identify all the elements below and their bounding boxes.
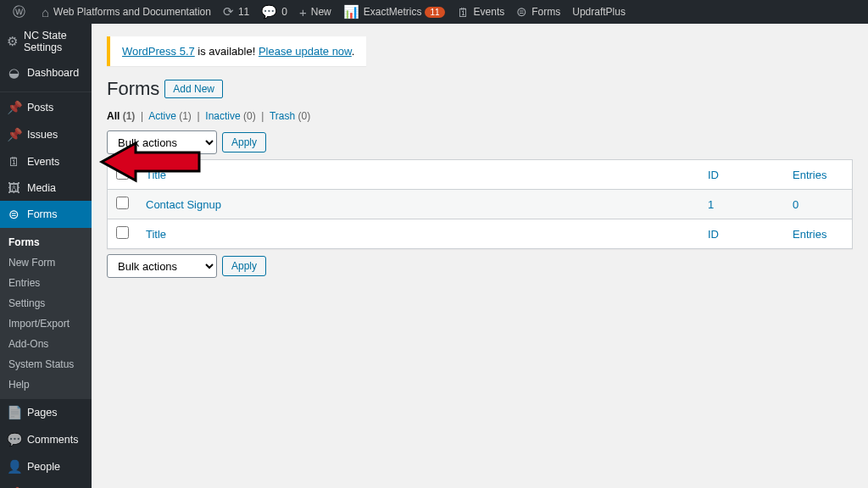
updates-icon: ⟳ (223, 4, 234, 19)
sidebar-item-forms[interactable]: ⊜Forms (0, 201, 92, 228)
filter-active[interactable]: Active (148, 110, 176, 122)
new-label: New (311, 6, 331, 18)
submenu-systemstatus[interactable]: System Status (0, 354, 92, 374)
filter-inactive[interactable]: Inactive (205, 110, 240, 122)
forms-label: Forms (531, 6, 560, 18)
submenu-newform[interactable]: New Form (0, 252, 92, 273)
updraft-label: UpdraftPlus (572, 6, 626, 18)
sidebar-label: Media (27, 182, 56, 194)
gear-icon: ⚙ (7, 34, 18, 49)
submenu-addons[interactable]: Add-Ons (0, 334, 92, 354)
forms-link[interactable]: ⊜Forms (510, 0, 566, 24)
media-icon: 🖼 (7, 180, 21, 195)
forms-icon: ⊜ (7, 207, 21, 222)
submenu-entries[interactable]: Entries (0, 273, 92, 293)
page-heading: Forms Add New (107, 78, 853, 100)
col-title-footer[interactable]: Title (137, 219, 699, 248)
new-content-link[interactable]: +New (293, 0, 337, 24)
plus-icon: + (299, 5, 307, 19)
pin-icon: 📌 (7, 127, 21, 142)
calendar-icon: 🗓 (457, 5, 470, 19)
menu-separator (0, 88, 92, 92)
comment-icon: 💬 (261, 4, 277, 19)
filter-trash[interactable]: Trash (270, 110, 295, 122)
chart-icon: 📊 (343, 4, 359, 19)
exactmetrics-label: ExactMetrics (364, 6, 422, 18)
admin-sidebar: ⚙NC State Settings ◒Dashboard 📌Posts 📌Is… (0, 24, 92, 488)
form-id-link[interactable]: 1 (708, 198, 714, 211)
select-all-header (108, 160, 137, 190)
pin-icon: 📌 (7, 100, 21, 115)
sidebar-item-ncstate[interactable]: ⚙NC State Settings (0, 24, 92, 59)
bulk-actions-select[interactable]: Bulk actions (107, 130, 217, 154)
page-title: Forms (107, 78, 159, 100)
form-entries-link[interactable]: 0 (793, 198, 798, 211)
site-title: Web Platforms and Documentation (53, 6, 211, 18)
submenu-importexport[interactable]: Import/Export (0, 313, 92, 334)
dashboard-icon: ◒ (7, 65, 21, 80)
submenu-forms[interactable]: Forms (0, 232, 92, 252)
update-notice: WordPress 5.7 is available! Please updat… (107, 36, 366, 66)
sidebar-label: Posts (27, 102, 53, 114)
sidebar-item-dashboard[interactable]: ◒Dashboard (0, 59, 92, 86)
sidebar-label: People (27, 461, 60, 473)
sidebar-label: NC State Settings (24, 30, 85, 53)
sidebar-item-events[interactable]: 🗓Events (0, 148, 92, 175)
updraft-link[interactable]: UpdraftPlus (566, 0, 632, 24)
updates-link[interactable]: ⟳11 (217, 0, 255, 24)
tablenav-bottom: Bulk actions Apply (107, 254, 853, 278)
comments-count: 0 (281, 6, 287, 18)
sidebar-label: Comments (27, 434, 78, 446)
updates-count: 11 (238, 6, 249, 18)
submenu-settings[interactable]: Settings (0, 293, 92, 313)
sidebar-label: Forms (27, 208, 57, 220)
tablenav-top: Bulk actions Apply (107, 130, 853, 154)
exactmetrics-link[interactable]: 📊ExactMetrics11 (337, 0, 451, 24)
form-title-link[interactable]: Contact Signup (146, 198, 221, 211)
select-all-checkbox[interactable] (116, 167, 129, 180)
sidebar-item-people[interactable]: 👤People (0, 453, 92, 480)
col-title[interactable]: Title (137, 160, 699, 190)
sidebar-item-issues[interactable]: 📌Issues (0, 121, 92, 148)
sidebar-item-pages[interactable]: 📄Pages (0, 399, 92, 426)
sidebar-item-comments[interactable]: 💬Comments (0, 426, 92, 453)
user-icon: 👤 (7, 459, 21, 474)
events-link[interactable]: 🗓Events (451, 0, 511, 24)
wp-version-link[interactable]: WordPress 5.7 (122, 45, 195, 58)
col-id[interactable]: ID (699, 160, 784, 190)
update-now-link[interactable]: Please update now (259, 45, 352, 58)
home-icon: ⌂ (42, 5, 49, 19)
sidebar-label: Dashboard (27, 67, 79, 79)
filter-links: All (1) | Active (1) | Inactive (0) | Tr… (107, 110, 853, 122)
sidebar-submenu: Forms New Form Entries Settings Import/E… (0, 228, 92, 399)
submenu-help[interactable]: Help (0, 374, 92, 395)
sidebar-label: Pages (27, 407, 57, 419)
exactmetrics-badge: 11 (425, 7, 444, 18)
calendar-icon: 🗓 (7, 154, 21, 169)
comments-link[interactable]: 💬0 (255, 0, 293, 24)
site-name-link[interactable]: ⌂Web Platforms and Documentation (36, 0, 217, 24)
select-all-footer (108, 219, 137, 248)
row-checkbox[interactable] (116, 197, 129, 209)
sidebar-label: Issues (27, 129, 58, 141)
sidebar-item-media[interactable]: 🖼Media (0, 175, 92, 201)
col-entries-footer[interactable]: Entries (784, 219, 852, 248)
comment-icon: 💬 (7, 432, 21, 447)
wp-logo[interactable]: ⓦ (7, 0, 36, 24)
events-label: Events (474, 6, 505, 18)
notice-text: is available! (195, 45, 259, 58)
sidebar-item-posts[interactable]: 📌Posts (0, 94, 92, 121)
filter-all[interactable]: All (1) (107, 110, 135, 122)
col-entries[interactable]: Entries (784, 160, 852, 190)
bulk-actions-select-bottom[interactable]: Bulk actions (107, 254, 217, 278)
col-id-footer[interactable]: ID (699, 219, 784, 248)
forms-icon: ⊜ (516, 4, 527, 19)
add-new-button[interactable]: Add New (164, 80, 223, 98)
content-area: WordPress 5.7 is available! Please updat… (92, 24, 868, 488)
select-all-checkbox-bottom[interactable] (116, 226, 129, 239)
page-icon: 📄 (7, 405, 21, 420)
sidebar-item-tutorials[interactable]: 📌Tutorials (0, 480, 92, 488)
apply-button-bottom[interactable]: Apply (222, 256, 266, 276)
apply-button[interactable]: Apply (222, 132, 266, 152)
wordpress-icon: ⓦ (13, 4, 25, 20)
